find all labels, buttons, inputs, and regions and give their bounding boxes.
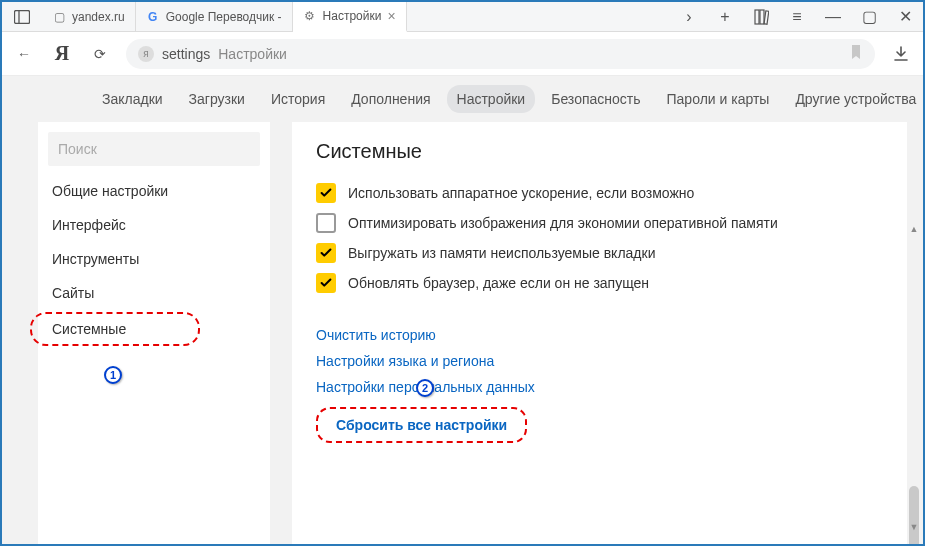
back-button[interactable]: ← bbox=[12, 42, 36, 66]
sidebar-item-system[interactable]: Системные bbox=[32, 314, 198, 344]
omnibox-host: settings bbox=[162, 46, 210, 62]
tabs-overflow-icon[interactable]: › bbox=[671, 8, 707, 26]
option-hardware-accel[interactable]: Использовать аппаратное ускорение, если … bbox=[316, 183, 883, 203]
checkbox-icon[interactable] bbox=[316, 273, 336, 293]
nav-history[interactable]: История bbox=[261, 85, 335, 113]
link-clear-history[interactable]: Очистить историю bbox=[316, 327, 883, 343]
sidebar-item-sites[interactable]: Сайты bbox=[38, 276, 270, 310]
sidebar-item-interface[interactable]: Интерфейс bbox=[38, 208, 270, 242]
checkbox-icon[interactable] bbox=[316, 213, 336, 233]
option-label: Выгружать из памяти неиспользуемые вклад… bbox=[348, 245, 655, 261]
nav-security[interactable]: Безопасность bbox=[541, 85, 650, 113]
tab-label: yandex.ru bbox=[72, 10, 125, 24]
option-unload-tabs[interactable]: Выгружать из памяти неиспользуемые вклад… bbox=[316, 243, 883, 263]
checkbox-icon[interactable] bbox=[316, 183, 336, 203]
tab-strip: ▢ yandex.ru G Google Переводчик - ⚙ Наст… bbox=[42, 2, 671, 31]
nav-settings[interactable]: Настройки bbox=[447, 85, 536, 113]
svg-rect-2 bbox=[755, 10, 759, 24]
settings-top-nav: Закладки Загрузки История Дополнения Нас… bbox=[2, 76, 923, 122]
sidebar-search[interactable]: Поиск bbox=[48, 132, 260, 166]
link-personal-data[interactable]: Настройки персональных данных bbox=[316, 379, 883, 395]
tab-label: Настройки bbox=[323, 9, 382, 23]
tab-google-translate[interactable]: G Google Переводчик - bbox=[136, 2, 293, 31]
gear-icon: ⚙ bbox=[303, 9, 317, 23]
option-update-browser[interactable]: Обновлять браузер, даже если он не запущ… bbox=[316, 273, 883, 293]
annotation-marker-1: 1 bbox=[104, 366, 122, 384]
search-placeholder: Поиск bbox=[58, 141, 97, 157]
sidebar-item-general[interactable]: Общие настройки bbox=[38, 174, 270, 208]
scroll-track[interactable] bbox=[907, 236, 921, 520]
scroll-thumb[interactable] bbox=[909, 486, 919, 544]
nav-addons[interactable]: Дополнения bbox=[341, 85, 440, 113]
settings-links: Очистить историю Настройки языка и регио… bbox=[316, 327, 883, 443]
svg-rect-3 bbox=[760, 10, 764, 24]
checkbox-icon[interactable] bbox=[316, 243, 336, 263]
page-icon: ▢ bbox=[52, 10, 66, 24]
svg-rect-0 bbox=[15, 10, 30, 23]
option-label: Использовать аппаратное ускорение, если … bbox=[348, 185, 694, 201]
svg-rect-4 bbox=[764, 10, 769, 23]
nav-downloads[interactable]: Загрузки bbox=[179, 85, 255, 113]
nav-bookmarks[interactable]: Закладки bbox=[92, 85, 173, 113]
downloads-icon[interactable] bbox=[889, 42, 913, 66]
favorites-icon[interactable] bbox=[743, 2, 779, 31]
settings-sidebar: Поиск Общие настройки Интерфейс Инструме… bbox=[38, 122, 270, 544]
google-icon: G bbox=[146, 10, 160, 24]
sidebar-item-tools[interactable]: Инструменты bbox=[38, 242, 270, 276]
scroll-up-icon[interactable]: ▲ bbox=[907, 222, 921, 236]
close-window-button[interactable]: ✕ bbox=[887, 2, 923, 31]
omnibox[interactable]: я settings Настройки bbox=[126, 39, 875, 69]
nav-passwords[interactable]: Пароли и карты bbox=[657, 85, 780, 113]
scroll-down-icon[interactable]: ▼ bbox=[907, 520, 921, 534]
new-tab-button[interactable]: + bbox=[707, 8, 743, 26]
bookmark-icon[interactable] bbox=[849, 44, 863, 63]
yandex-logo-icon[interactable]: Я bbox=[50, 42, 74, 66]
maximize-button[interactable]: ▢ bbox=[851, 2, 887, 31]
option-optimize-images[interactable]: Оптимизировать изображения для экономии … bbox=[316, 213, 883, 233]
vertical-scrollbar[interactable]: ▲ ▼ bbox=[907, 222, 921, 534]
close-tab-icon[interactable]: × bbox=[387, 8, 395, 24]
tab-label: Google Переводчик - bbox=[166, 10, 282, 24]
settings-main-panel: Системные Использовать аппаратное ускоре… bbox=[292, 122, 907, 544]
annotation-highlight-1: Системные bbox=[30, 312, 200, 346]
menu-icon[interactable]: ≡ bbox=[779, 2, 815, 31]
address-bar: ← Я ⟳ я settings Настройки bbox=[2, 32, 923, 76]
annotation-marker-2: 2 bbox=[416, 379, 434, 397]
link-reset-all[interactable]: Сбросить все настройки bbox=[336, 417, 507, 433]
reload-button[interactable]: ⟳ bbox=[88, 42, 112, 66]
option-label: Оптимизировать изображения для экономии … bbox=[348, 215, 778, 231]
page-content: Закладки Загрузки История Дополнения Нас… bbox=[2, 76, 923, 544]
minimize-button[interactable]: — bbox=[815, 2, 851, 31]
tab-settings[interactable]: ⚙ Настройки × bbox=[293, 2, 407, 32]
site-icon: я bbox=[138, 46, 154, 62]
annotation-highlight-2: Сбросить все настройки bbox=[316, 407, 527, 443]
window-titlebar: ▢ yandex.ru G Google Переводчик - ⚙ Наст… bbox=[2, 2, 923, 32]
omnibox-path: Настройки bbox=[218, 46, 287, 62]
link-language-region[interactable]: Настройки языка и региона bbox=[316, 353, 883, 369]
section-heading: Системные bbox=[316, 140, 883, 163]
panel-toggle-icon[interactable] bbox=[2, 2, 42, 31]
tab-yandex[interactable]: ▢ yandex.ru bbox=[42, 2, 136, 31]
option-label: Обновлять браузер, даже если он не запущ… bbox=[348, 275, 649, 291]
nav-other-devices[interactable]: Другие устройства bbox=[785, 85, 923, 113]
